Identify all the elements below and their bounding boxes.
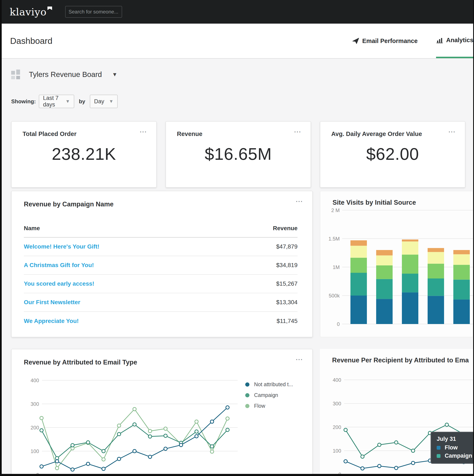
interval-value: Day [94,98,104,105]
card-title: Revenue by Campaign Name [24,201,114,208]
chart-legend: Not attributed t... Campaign Flow [245,381,293,414]
stat-title: Revenue [177,131,202,137]
stat-cards-row: Total Placed Order ... 238.21K Revenue .… [11,121,465,188]
tooltip-row-campaign: Campaign [437,453,473,459]
site-visits-card: Site Visits by Initial Source 2 M1.5M1M5… [320,191,473,337]
table-row: Welcome! Here's Your Gift! $47,879 [24,238,298,256]
page-header: Dashboard Email Performance Analytics [2,24,473,59]
bar-chart-icon [436,37,443,44]
legend-item-not-attributed[interactable]: Not attributed t... [245,381,293,388]
table-row: Our First Newsletter $13,304 [24,293,298,312]
legend-dot-icon [245,393,249,397]
table-row: A Christmas Gift for You! $34,819 [24,256,298,275]
svg-text:200: 200 [31,425,39,430]
tooltip-label: Campaign [445,453,472,459]
card-menu-button[interactable]: ... [140,127,147,134]
tooltip-date: July 31 [437,436,473,442]
revenue-per-recipient-card: Revenue Per Recipient by Attributed to E… [320,349,473,474]
legend-label: Campaign [254,392,278,398]
revenue-value: $47,879 [276,243,298,250]
tooltip-label: Flow [445,444,458,451]
chart-title: Revenue Per Recipient by Attributed to E… [332,357,469,364]
svg-text:1.5M: 1.5M [329,236,340,242]
stat-card-avg-order-value: Avg. Daily Average Order Value ... $62.0… [320,121,465,188]
stat-value: $16.65M [166,144,311,164]
card-menu-button[interactable]: ... [294,127,301,134]
revenue-by-campaign-card: Revenue by Campaign Name ... Name Revenu… [11,191,313,337]
page-title: Dashboard [10,24,53,58]
campaign-table: Name Revenue Welcome! Here's Your Gift! … [24,225,298,330]
site-visits-stacked-bar-chart: 2 M1.5M1M500k0 [320,208,473,338]
stat-value: $62.00 [320,144,465,164]
campaign-link[interactable]: You scored early access! [24,280,94,287]
campaign-link[interactable]: Welcome! Here's Your Gift! [24,243,99,250]
filter-bar: Showing: Last 7 days ▼ by Day ▼ [11,94,118,108]
legend-item-campaign[interactable]: Campaign [245,392,293,398]
board-selector[interactable]: Tylers Revenue Board ▼ [11,69,117,79]
tab-label: Email Performance [362,37,418,45]
svg-text:0: 0 [337,321,340,327]
caret-down-icon[interactable]: ▼ [112,71,117,78]
legend-label: Flow [254,403,265,409]
app-window: klaviyo Dashboard Email Performance [2,0,473,474]
interval-select[interactable]: Day ▼ [90,95,118,108]
campaign-link[interactable]: Our First Newsletter [24,299,80,306]
revenue-value: $15,267 [276,280,298,287]
tab-label: Analytics [446,37,473,44]
svg-text:300: 300 [31,401,39,407]
tooltip-dot-icon [437,446,440,450]
chart-tooltip: July 31 Flow Campaign [431,432,473,464]
column-header-revenue: Revenue [273,225,298,232]
svg-text:2 M: 2 M [331,208,340,213]
caret-down-icon: ▼ [109,99,114,104]
card-menu-button[interactable]: ... [448,127,456,134]
tab-analytics[interactable]: Analytics [436,24,473,58]
dashboard-grid-icon [11,69,20,79]
svg-text:300: 300 [333,401,341,407]
svg-text:200: 200 [333,424,341,430]
chart-title: Revenue by Attributed to Email Type [24,358,137,366]
date-range-value: Last 7 days [43,95,65,108]
tooltip-dot-icon [437,454,440,458]
card-menu-button[interactable]: ... [296,197,303,203]
date-range-select[interactable]: Last 7 days ▼ [39,95,74,108]
klaviyo-logo[interactable]: klaviyo [10,6,52,18]
legend-dot-icon [245,404,249,408]
klaviyo-logo-text: klaviyo [10,6,47,18]
legend-item-flow[interactable]: Flow [245,403,293,409]
person-search-box [65,6,122,18]
svg-text:500k: 500k [329,293,340,299]
klaviyo-flag-icon [47,7,52,10]
showing-label: Showing: [11,98,36,105]
svg-text:0: 0 [36,472,39,474]
revenue-by-email-type-card: Revenue by Attributed to Email Type ... … [11,349,313,474]
svg-text:100: 100 [333,448,341,454]
legend-label: Not attributed t... [254,381,293,388]
stat-card-total-placed-order: Total Placed Order ... 238.21K [11,121,157,188]
stat-value: 238.21K [12,144,156,164]
stat-title: Avg. Daily Average Order Value [331,131,422,137]
card-menu-button[interactable]: ... [296,355,303,361]
table-header-row: Name Revenue [24,225,298,238]
tooltip-row-flow: Flow [437,444,473,451]
revenue-value: $34,819 [276,262,298,269]
search-input[interactable] [69,9,134,15]
paper-plane-icon [352,37,359,44]
revenue-value: $11,745 [277,318,298,324]
caret-down-icon: ▼ [65,99,70,104]
svg-text:400: 400 [31,377,39,383]
svg-text:0: 0 [338,472,341,474]
campaign-link[interactable]: We Appreciate You! [24,318,79,324]
tab-email-performance[interactable]: Email Performance [352,24,418,58]
by-label: by [79,98,85,105]
campaign-link[interactable]: A Christmas Gift for You! [24,262,94,269]
stat-card-revenue: Revenue ... $16.65M [166,121,311,188]
table-row: You scored early access! $15,267 [24,275,298,293]
revenue-value: $13,304 [276,299,298,306]
chart-title: Site Visits by Initial Source [333,199,416,206]
board-title: Tylers Revenue Board [29,70,102,79]
stat-title: Total Placed Order [23,131,77,137]
svg-text:100: 100 [31,448,39,454]
svg-text:400: 400 [333,377,341,383]
top-navigation-bar: klaviyo [2,0,473,24]
